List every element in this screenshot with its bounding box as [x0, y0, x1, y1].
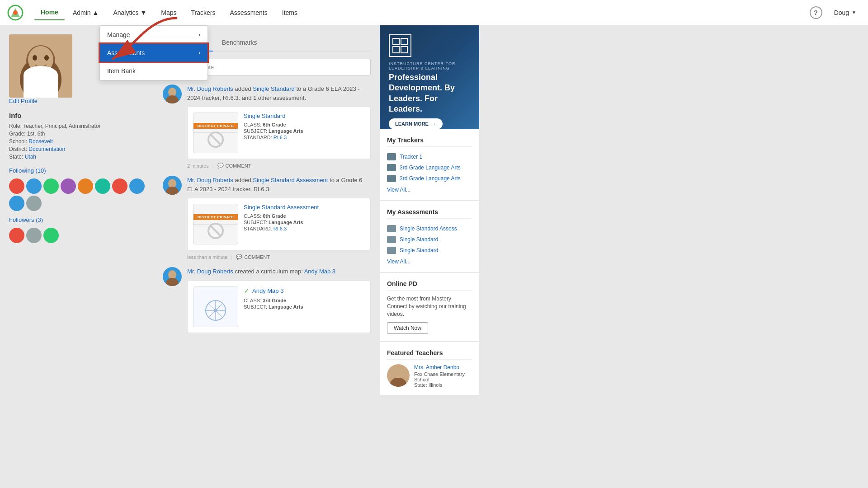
main-layout: Edit Profile Info Role: Teacher, Princip…	[0, 25, 868, 488]
school-link[interactable]: Roosevelt	[28, 138, 52, 145]
assessment-link[interactable]: Single Standard Assess	[400, 225, 457, 232]
nav-menu: Home Admin ▲ Analytics ▼ Maps Trackers A…	[34, 5, 810, 20]
district-private-badge: DISTRICT PRIVATE	[193, 214, 238, 220]
following-avatars	[9, 178, 145, 211]
dropdown-manage[interactable]: Manage ›	[100, 26, 208, 44]
feed-card-title[interactable]: ✓ Andy Map 3	[244, 286, 365, 295]
feed-card-class: CLASS: 6th Grade	[244, 213, 365, 219]
featured-teacher-avatar	[387, 364, 410, 387]
featured-state: State: Illinois	[414, 382, 472, 388]
featured-teacher-item: Mrs. Amber Denbo Fox Chase Elementary Sc…	[387, 364, 472, 388]
app-logo[interactable]	[7, 5, 24, 21]
avatar[interactable]	[43, 228, 59, 243]
tab-benchmarks[interactable]: Benchmarks	[213, 34, 266, 51]
avatar[interactable]	[95, 178, 110, 194]
avatar[interactable]	[112, 178, 127, 194]
featured-school: Fox Chase Elementary School	[414, 371, 472, 382]
feed-map-link[interactable]: Andy Map 3	[304, 268, 335, 275]
feed-assessment-link[interactable]: Single Standard Assessment	[253, 177, 328, 183]
feed-card-title[interactable]: Single Standard	[244, 113, 365, 119]
nav-maps[interactable]: Maps	[155, 5, 183, 20]
district-link[interactable]: Documentation	[28, 146, 65, 152]
comment-button[interactable]: 💬 COMMENT	[236, 254, 270, 260]
feed-card-info: Single Standard Assessment CLASS: 6th Gr…	[244, 204, 365, 244]
help-button[interactable]: ?	[810, 6, 822, 19]
ad-learn-more-button[interactable]: LEARN MORE →	[389, 118, 443, 129]
standard-link[interactable]: RI.6.3	[274, 135, 287, 140]
feed-card-thumbnail[interactable]	[193, 286, 238, 327]
feed-user-link[interactable]: Mr. Doug Roberts	[187, 85, 233, 92]
info-school: School: Roosevelt	[9, 138, 145, 145]
feed-card-standard: STANDARD: RI.6.3	[244, 226, 365, 231]
nav-admin[interactable]: Admin ▲	[66, 5, 105, 20]
feed-user-link[interactable]: Mr. Doug Roberts	[187, 268, 233, 275]
feed-assessment-link[interactable]: Single Standard	[253, 85, 295, 92]
tracker-link[interactable]: 3rd Grade Language Arts	[400, 175, 461, 182]
my-assessments-section: My Assessments Single Standard Assess Si…	[380, 201, 479, 272]
feed-item-meta: 2 minutes | 💬 COMMENT	[187, 163, 371, 169]
avatar[interactable]	[26, 196, 42, 211]
feed-item-text: Mr. Doug Roberts added Single Standard t…	[187, 84, 371, 102]
followers-link[interactable]: Followers (3)	[9, 216, 145, 223]
info-title: Info	[9, 112, 145, 119]
nav-home[interactable]: Home	[34, 5, 65, 20]
separator: |	[231, 254, 232, 260]
info-state: State: Utah	[9, 154, 145, 160]
feed-card-standard: STANDARD: RI.6.3	[244, 135, 365, 140]
feed-card-subject: SUBJECT: Language Arts	[244, 128, 365, 134]
standard-link[interactable]: RI.6.3	[274, 226, 287, 231]
user-chevron-icon: ▼	[852, 10, 856, 15]
tracker-link[interactable]: Tracker 1	[400, 154, 422, 160]
feed-user-link[interactable]: Mr. Doug Roberts	[187, 177, 233, 183]
admin-chevron-icon: ▲	[93, 9, 99, 16]
dropdown-item-bank[interactable]: Item Bank	[100, 62, 208, 80]
feed-item-meta: less than a minute | 💬 COMMENT	[187, 254, 371, 260]
assessment-link[interactable]: Single Standard	[400, 247, 438, 253]
avatar[interactable]	[61, 178, 76, 194]
manage-arrow-icon: ›	[198, 32, 200, 38]
info-section: Info Role: Teacher, Principal, Administr…	[9, 112, 145, 160]
watch-now-button[interactable]: Watch Now	[387, 322, 428, 334]
comment-button[interactable]: 💬 COMMENT	[217, 163, 251, 169]
feed-card-thumbnail[interactable]: DISTRICT PRIVATE	[193, 204, 238, 244]
feed-card-info: Single Standard CLASS: 6th Grade SUBJECT…	[244, 113, 365, 153]
feed-card: ✓ Andy Map 3 CLASS: 3rd Grade SUBJECT: L…	[187, 281, 371, 333]
tracker-link[interactable]: 3rd Grade Language Arts	[400, 164, 461, 171]
featured-teacher-name[interactable]: Mrs. Amber Denbo	[414, 364, 472, 371]
tracker-item: Tracker 1	[387, 151, 472, 162]
assessment-item: Single Standard Assess	[387, 223, 472, 234]
following-link[interactable]: Following (10)	[9, 167, 145, 174]
svg-point-27	[214, 309, 217, 312]
user-menu-button[interactable]: Doug ▼	[830, 6, 861, 19]
feed-item: Mr. Doug Roberts added Single Standard t…	[163, 84, 371, 169]
avatar[interactable]	[129, 178, 145, 194]
nav-trackers[interactable]: Trackers	[185, 5, 222, 20]
avatar[interactable]	[43, 178, 59, 194]
ad-banner: Instructure Center for Leadership & Lear…	[380, 25, 479, 129]
avatar[interactable]	[9, 178, 24, 194]
online-pd-title: Online PD	[387, 280, 472, 291]
avatar[interactable]	[78, 178, 93, 194]
avatar[interactable]	[9, 228, 24, 243]
avatar[interactable]	[26, 178, 42, 194]
state-link[interactable]: Utah	[25, 154, 36, 160]
featured-teacher-info: Mrs. Amber Denbo Fox Chase Elementary Sc…	[414, 364, 472, 388]
assessment-icon	[387, 247, 396, 254]
dropdown-assessments[interactable]: Assessments ›	[100, 44, 208, 62]
edit-profile-link[interactable]: Edit Profile	[9, 98, 145, 104]
feed-card-title[interactable]: Single Standard Assessment	[244, 204, 365, 211]
feed-user-avatar	[163, 84, 182, 103]
avatar[interactable]	[26, 228, 42, 243]
assessment-link[interactable]: Single Standard	[400, 236, 438, 243]
avatar[interactable]	[9, 196, 24, 211]
assessment-icon	[387, 236, 396, 243]
assessments-view-all[interactable]: View All...	[387, 258, 472, 265]
followers-avatars	[9, 228, 145, 243]
nav-analytics[interactable]: Analytics ▼	[107, 5, 153, 20]
nav-assessments[interactable]: Assessments	[224, 5, 274, 20]
feed-card-thumbnail[interactable]: DISTRICT PRIVATE	[193, 113, 238, 153]
nav-items[interactable]: Items	[276, 5, 304, 20]
info-grade: Grade: 1st, 6th	[9, 131, 145, 137]
trackers-view-all[interactable]: View All...	[387, 187, 472, 193]
user-name: Doug	[834, 9, 849, 16]
